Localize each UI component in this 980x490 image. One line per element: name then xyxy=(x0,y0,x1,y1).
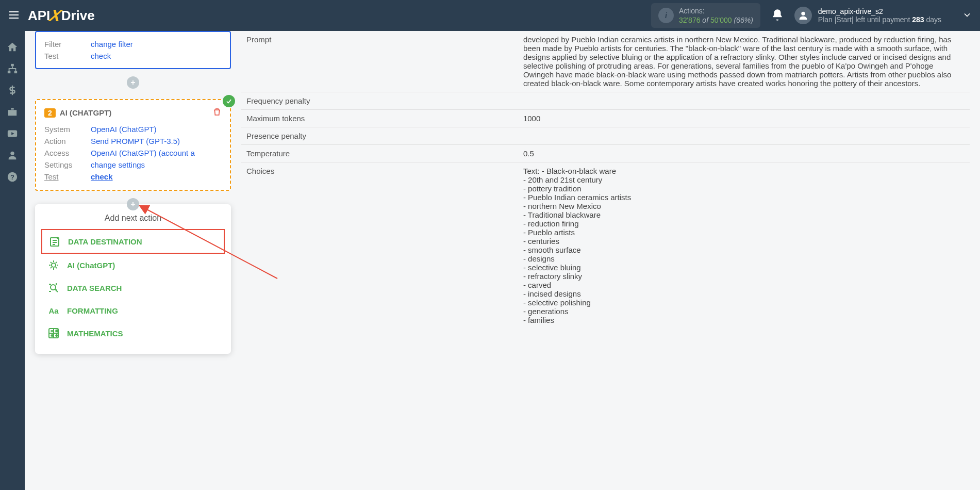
action-label-text: FORMATTING xyxy=(67,306,118,315)
temperature-value: 0.5 xyxy=(518,145,970,162)
youtube-icon[interactable] xyxy=(7,128,18,139)
search-icon xyxy=(47,282,60,294)
max-tokens-value: 1000 xyxy=(518,110,970,127)
presence-penalty-value xyxy=(518,127,970,145)
add-step-button-1[interactable] xyxy=(127,76,139,89)
check-link[interactable]: check xyxy=(91,52,111,60)
actions-counter[interactable]: i Actions: 32'876 of 50'000 (66%) xyxy=(651,3,760,28)
user-menu[interactable]: demo_apix-drive_s2 Plan |Start| left unt… xyxy=(794,7,941,24)
bell-icon[interactable] xyxy=(771,8,784,23)
ai-chatgpt-card: 2 AI (CHATGPT) SystemOpenAI (ChatGPT) Ac… xyxy=(35,99,231,191)
sitemap-icon[interactable] xyxy=(7,63,18,74)
test-label-2: Test xyxy=(44,172,91,181)
logo-api: API xyxy=(28,8,50,24)
svg-text:−: − xyxy=(51,329,53,333)
svg-point-3 xyxy=(801,12,805,15)
access-label: Access xyxy=(44,149,91,157)
prompt-label: Prompt xyxy=(241,31,518,92)
logo-drive: Drive xyxy=(61,8,95,24)
plan-suffix: days xyxy=(924,15,941,24)
ai-icon xyxy=(47,259,60,271)
svg-text:+: + xyxy=(51,334,53,337)
home-icon[interactable] xyxy=(7,41,18,53)
actions-max: 50'000 xyxy=(710,16,732,24)
avatar-icon xyxy=(794,7,812,24)
user-icon[interactable] xyxy=(7,150,18,161)
svg-text:?: ? xyxy=(10,173,14,181)
filter-label: Filter xyxy=(44,40,91,48)
table-row: Presence penalty xyxy=(241,127,970,145)
svg-point-8 xyxy=(10,152,14,155)
action-label: Action xyxy=(44,137,91,145)
settings-link[interactable]: change settings xyxy=(91,160,145,169)
add-action-menu: Add next action DATA DESTINATION AI (Cha… xyxy=(35,204,231,354)
svg-rect-4 xyxy=(11,64,14,67)
settings-label: Settings xyxy=(44,160,91,169)
user-name: demo_apix-drive_s2 xyxy=(818,7,941,15)
svg-point-20 xyxy=(51,285,56,290)
check-link-2[interactable]: check xyxy=(91,172,113,181)
card-title: AI (CHATGPT) xyxy=(60,108,112,117)
max-tokens-label: Maximum tokens xyxy=(241,110,518,127)
data-destination-icon xyxy=(48,235,61,248)
temperature-label: Temperature xyxy=(241,145,518,162)
add-step-button-2[interactable] xyxy=(127,198,139,210)
choices-label: Choices xyxy=(241,162,518,329)
table-row: Temperature0.5 xyxy=(241,145,970,162)
action-label-text: AI (ChatGPT) xyxy=(67,261,115,270)
action-formatting[interactable]: Aa FORMATTING xyxy=(41,299,225,322)
choices-value: Text: - Black-on-black ware - 20th and 2… xyxy=(518,162,970,329)
chevron-down-icon[interactable] xyxy=(962,10,972,22)
action-label-text: DATA DESTINATION xyxy=(68,237,142,246)
briefcase-icon[interactable] xyxy=(7,106,18,118)
freq-penalty-value xyxy=(518,92,970,110)
table-row: Promptdeveloped by Pueblo Indian ceramic… xyxy=(241,31,970,92)
svg-rect-5 xyxy=(8,71,11,74)
plan-prefix: Plan |Start| left until payment xyxy=(818,15,912,24)
test-data-panel: Promptdeveloped by Pueblo Indian ceramic… xyxy=(241,31,970,354)
actions-label: Actions: xyxy=(679,6,753,15)
actions-of: of xyxy=(700,16,710,24)
presence-penalty-label: Presence penalty xyxy=(241,127,518,145)
prompt-value: developed by Pueblo Indian ceramics arti… xyxy=(518,31,970,92)
trash-icon[interactable] xyxy=(212,107,222,118)
table-row: Maximum tokens1000 xyxy=(241,110,970,127)
header: APIXDrive i Actions: 32'876 of 50'000 (6… xyxy=(0,0,980,31)
actions-pct: (66%) xyxy=(732,16,753,24)
action-label-text: MATHEMATICS xyxy=(67,329,123,338)
svg-point-19 xyxy=(52,263,56,267)
table-row: Frequency penalty xyxy=(241,92,970,110)
info-icon: i xyxy=(658,8,674,23)
left-rail: ? xyxy=(0,31,25,364)
action-label-text: DATA SEARCH xyxy=(67,284,122,292)
plan-days: 283 xyxy=(912,15,924,24)
change-filter-link[interactable]: change filter xyxy=(91,40,133,48)
check-icon xyxy=(223,95,235,107)
help-icon[interactable]: ? xyxy=(7,171,18,183)
dollar-icon[interactable] xyxy=(7,85,18,96)
access-link[interactable]: OpenAI (ChatGPT) (account a xyxy=(91,149,195,157)
system-label: System xyxy=(44,125,91,134)
action-mathematics[interactable]: −×+÷ MATHEMATICS xyxy=(41,322,225,345)
freq-penalty-label: Frequency penalty xyxy=(241,92,518,110)
source-card: Filterchange filter Testcheck xyxy=(35,31,231,69)
system-link[interactable]: OpenAI (ChatGPT) xyxy=(91,125,157,134)
action-data-destination[interactable]: DATA DESTINATION xyxy=(41,229,225,254)
add-action-title: Add next action xyxy=(41,214,225,223)
action-data-search[interactable]: DATA SEARCH xyxy=(41,276,225,299)
action-link[interactable]: Send PROMPT (GPT-3.5) xyxy=(91,137,180,145)
svg-text:×: × xyxy=(56,329,58,333)
step-badge: 2 xyxy=(44,108,56,118)
math-icon: −×+÷ xyxy=(47,327,60,339)
action-ai-chatgpt[interactable]: AI (ChatGPT) xyxy=(41,254,225,276)
hamburger-menu[interactable] xyxy=(8,9,20,23)
formatting-icon: Aa xyxy=(47,304,60,317)
test-label: Test xyxy=(44,52,91,60)
actions-count: 32'876 xyxy=(679,16,701,24)
svg-text:÷: ÷ xyxy=(56,334,58,337)
logo[interactable]: APIXDrive xyxy=(28,6,95,25)
table-row: ChoicesText: - Black-on-black ware - 20t… xyxy=(241,162,970,329)
svg-rect-6 xyxy=(14,71,17,74)
